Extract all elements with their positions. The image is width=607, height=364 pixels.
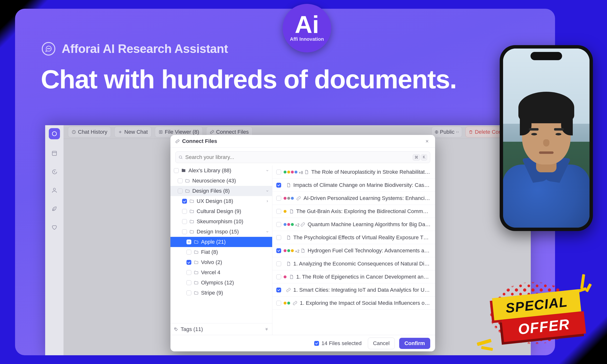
tree-item[interactable]: Olympics (12) xyxy=(171,278,272,288)
checkbox[interactable] xyxy=(186,290,191,295)
svg-point-5 xyxy=(53,188,55,190)
file-row[interactable]: 1. Analyzing the Economic Consequences o… xyxy=(272,257,435,270)
document-icon xyxy=(286,261,291,266)
tree-item-label: Alex's Library (88) xyxy=(188,168,263,174)
tag-dots: +2 xyxy=(284,249,298,252)
document-icon xyxy=(300,248,305,253)
tree-item[interactable]: Vercel 4 xyxy=(171,267,272,278)
tree-item[interactable]: Neuroscience (43) xyxy=(171,176,272,186)
checkbox[interactable] xyxy=(186,280,191,285)
selected-count: 14 Files selected xyxy=(314,340,362,347)
hero-heading-row: Afforai AI Research Assistant xyxy=(42,42,228,56)
confirm-button[interactable]: Confirm xyxy=(399,338,430,349)
search-input[interactable]: ⌘K xyxy=(175,151,430,163)
checkbox[interactable] xyxy=(182,209,187,214)
tags-section[interactable]: Tags (11) xyxy=(171,323,272,335)
tree-item[interactable]: Alex's Library (88) xyxy=(171,166,272,176)
tag-dots xyxy=(284,210,287,213)
file-title: AI-Driven Personalized Learning Systems:… xyxy=(304,195,431,201)
checkbox[interactable] xyxy=(276,248,281,253)
checkbox[interactable] xyxy=(276,301,281,306)
file-row[interactable]: 1. Exploring the Impact of Social Media … xyxy=(272,297,435,310)
svg-rect-4 xyxy=(52,151,56,155)
file-row[interactable]: +2Hydrogen Fuel Cell Technology: Advance… xyxy=(272,244,435,257)
sidebar-heart-icon[interactable] xyxy=(50,223,59,232)
checkbox[interactable] xyxy=(182,199,187,204)
checkbox[interactable] xyxy=(182,219,187,224)
document-icon xyxy=(286,235,291,240)
connect-files-modal: Connect Files ⌘K Alex's Library (88)Neur… xyxy=(171,135,435,351)
file-row[interactable]: The Psychological Effects of Virtual Rea… xyxy=(272,231,435,244)
tree-item[interactable]: Cultural Design (9) xyxy=(171,206,272,216)
tag-dots xyxy=(284,197,294,200)
chevron-right-icon xyxy=(265,199,269,203)
checkbox[interactable] xyxy=(276,235,281,240)
keyboard-shortcut: ⌘K xyxy=(413,154,427,160)
special-offer-sticker: SPECIAL OFFER xyxy=(471,269,597,357)
checkbox[interactable] xyxy=(276,274,281,279)
modal-footer: 14 Files selected Cancel Confirm xyxy=(171,335,435,351)
tree-item[interactable]: Fiat (8) xyxy=(171,247,272,257)
close-icon[interactable] xyxy=(424,138,430,144)
file-row[interactable]: Impacts of Climate Change on Marine Biod… xyxy=(272,179,435,192)
tag-dots: +2 xyxy=(284,223,298,226)
file-row[interactable]: +2Quantum Machine Learning Algorithms fo… xyxy=(272,218,435,231)
checkbox[interactable] xyxy=(182,229,187,234)
checkbox[interactable] xyxy=(186,239,191,244)
checkbox[interactable] xyxy=(174,168,179,173)
checkbox[interactable] xyxy=(178,178,183,183)
app-sidebar xyxy=(45,125,64,355)
hero-headline: Chat with hundreds of documents. xyxy=(41,64,456,94)
tree-item[interactable]: UX Design (18) xyxy=(171,196,272,206)
file-row[interactable]: The Gut-Brain Axis: Exploring the Bidire… xyxy=(272,205,435,218)
phone-notch xyxy=(530,52,562,60)
checkbox[interactable] xyxy=(276,287,281,292)
sidebar-chat-icon[interactable] xyxy=(50,168,59,176)
checkbox[interactable] xyxy=(276,196,281,201)
file-title: Hydrogen Fuel Cell Technology: Advanceme… xyxy=(308,247,431,254)
product-name: Afforai AI Research Assistant xyxy=(62,42,228,56)
cancel-button[interactable]: Cancel xyxy=(368,338,395,349)
checkbox[interactable] xyxy=(276,183,281,188)
app-window: Chat History New Chat File Viewer (8) Co… xyxy=(45,125,531,355)
file-title: 1. Exploring the Impact of Social Media … xyxy=(300,300,431,306)
folder-icon xyxy=(189,219,194,224)
file-row[interactable]: 1. Smart Cities: Integrating IoT and Dat… xyxy=(272,284,435,297)
tree-item[interactable]: Skeumorphism (10) xyxy=(171,216,272,227)
folder-icon xyxy=(189,229,194,234)
app-logo-icon[interactable] xyxy=(49,128,60,139)
checkbox[interactable] xyxy=(276,261,281,266)
tree-item-label: Olympics (12) xyxy=(201,280,269,286)
tree-item[interactable]: Design Inspo (15) xyxy=(171,227,272,237)
svg-point-3 xyxy=(52,131,56,136)
checkbox[interactable] xyxy=(276,209,281,214)
chevron-down-icon xyxy=(265,230,269,234)
modal-header: Connect Files xyxy=(171,135,435,148)
checkbox[interactable] xyxy=(186,260,191,265)
chevron-down-icon xyxy=(264,326,269,332)
folder-icon xyxy=(194,270,198,275)
file-row[interactable]: +8The Role of Neuroplasticity in Stroke … xyxy=(272,166,435,179)
file-title: 1. The Role of Epigenetics in Cancer Dev… xyxy=(296,274,431,280)
file-title: Impacts of Climate Change on Marine Biod… xyxy=(293,182,431,188)
checkbox[interactable] xyxy=(276,170,281,174)
tree-item-label: Fiat (8) xyxy=(201,249,269,255)
file-row[interactable]: 1. The Role of Epigenetics in Cancer Dev… xyxy=(272,270,435,284)
sidebar-user-icon[interactable] xyxy=(50,186,59,195)
file-row[interactable]: AI-Driven Personalized Learning Systems:… xyxy=(272,192,435,205)
tree-item[interactable]: Apple (21) xyxy=(171,237,272,247)
sidebar-leaf-icon[interactable] xyxy=(50,204,59,213)
svg-point-10 xyxy=(179,156,182,158)
tag-icon xyxy=(174,327,178,331)
checkbox[interactable] xyxy=(276,222,281,227)
tree-item[interactable]: Volvo (2) xyxy=(171,257,272,267)
checkbox[interactable] xyxy=(178,189,183,193)
checkbox[interactable] xyxy=(186,250,191,255)
tree-item[interactable]: Design Files (8) xyxy=(171,186,272,196)
checkbox[interactable] xyxy=(186,270,191,275)
sidebar-library-icon[interactable] xyxy=(50,149,59,158)
file-list: +8The Role of Neuroplasticity in Stroke … xyxy=(272,166,435,335)
folder-icon xyxy=(189,209,194,214)
file-title: 1. Analyzing the Economic Consequences o… xyxy=(293,261,431,267)
tree-item[interactable]: Stripe (9) xyxy=(171,288,272,298)
